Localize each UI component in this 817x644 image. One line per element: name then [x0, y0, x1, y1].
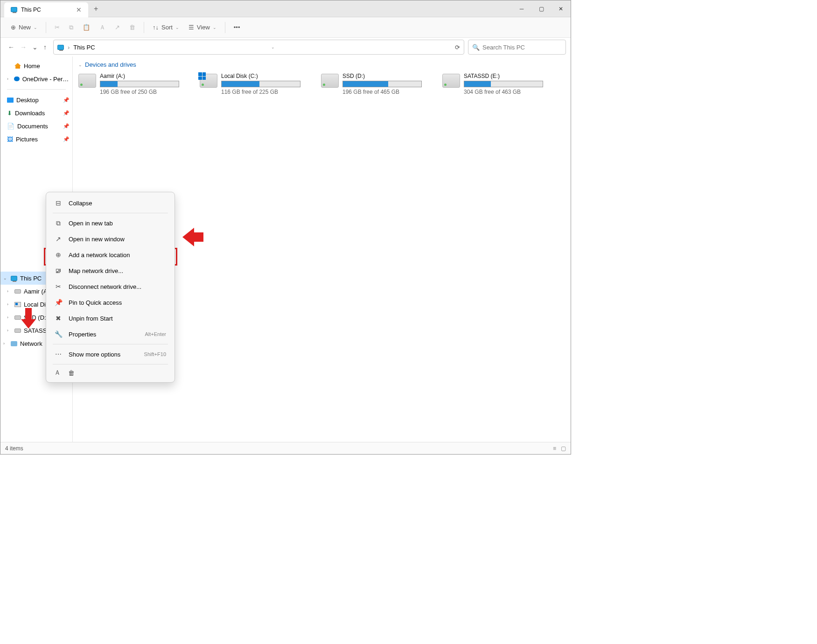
pin-icon: 📌 — [63, 136, 70, 142]
forward-button[interactable]: → — [20, 43, 27, 51]
pin-icon: 📌 — [55, 299, 62, 306]
trash-icon[interactable]: 🗑 — [68, 369, 75, 377]
search-input[interactable] — [482, 44, 562, 51]
drive-icon — [442, 74, 460, 88]
drive-usage-bar — [221, 81, 300, 87]
close-button[interactable]: ✕ — [551, 2, 571, 16]
ctx-pin-quick-access[interactable]: 📌Pin to Quick access — [49, 294, 172, 310]
explorer-window: This PC ✕ + ─ ▢ ✕ ⊕ New ⌄ ✂ ⧉ 📋 Ａ ↗ 🗑 ↑↓… — [0, 0, 571, 455]
pin-icon: 📌 — [63, 123, 70, 129]
collapse-icon: ⊟ — [55, 199, 62, 207]
new-window-icon: ↗ — [55, 235, 62, 243]
sidebar-item-onedrive[interactable]: ›OneDrive - Personal — [0, 72, 72, 85]
drive-usage-bar — [100, 81, 179, 87]
network-location-icon: ⊕ — [55, 251, 62, 259]
pc-icon — [11, 7, 17, 12]
rename-icon[interactable]: Ａ — [54, 369, 61, 377]
delete-button[interactable]: 🗑 — [126, 20, 139, 35]
drive-name: SATASSD (E:) — [464, 73, 545, 79]
home-icon — [14, 63, 21, 69]
sidebar-item-documents[interactable]: 📄Documents📌 — [0, 119, 72, 133]
sidebar-item-pictures[interactable]: 🖼Pictures📌 — [0, 133, 72, 146]
pc-icon — [57, 45, 64, 50]
drive-item[interactable]: Aamir (A:) 196 GB free of 250 GB — [78, 73, 181, 95]
back-button[interactable]: ← — [8, 43, 14, 51]
drive-item[interactable]: Local Disk (C:) 116 GB free of 225 GB — [200, 73, 302, 95]
maximize-button[interactable]: ▢ — [531, 2, 551, 16]
properties-icon: 🔧 — [55, 330, 62, 338]
pictures-icon: 🖼 — [7, 136, 13, 143]
status-item-count: 4 items — [5, 445, 23, 452]
view-button[interactable]: ☰ View ⌄ — [185, 20, 220, 35]
address-bar[interactable]: › This PC ⌄ ⟳ — [53, 40, 464, 55]
drive-name: Local Disk (C:) — [221, 73, 302, 79]
status-bar: 4 items ≡ ▢ — [0, 442, 571, 454]
os-drive-icon — [14, 302, 21, 307]
titlebar: This PC ✕ + ─ ▢ ✕ — [0, 0, 571, 17]
ctx-show-more-options[interactable]: ⋯Show more optionsShift+F10 — [49, 346, 172, 362]
drive-icon — [14, 329, 21, 333]
ctx-open-new-window[interactable]: ↗Open in new window — [49, 231, 172, 247]
drive-free-text: 304 GB free of 463 GB — [464, 89, 545, 95]
ctx-collapse[interactable]: ⊟Collapse — [49, 195, 172, 211]
share-button[interactable]: ↗ — [111, 20, 124, 35]
download-icon: ⬇ — [7, 110, 12, 117]
sidebar-item-desktop[interactable]: Desktop📌 — [0, 93, 72, 106]
drive-free-text: 196 GB free of 465 GB — [342, 89, 424, 95]
more-options-icon: ⋯ — [55, 350, 62, 358]
search-icon: 🔍 — [472, 44, 480, 51]
paste-button[interactable]: 📋 — [79, 20, 94, 35]
pin-icon: 📌 — [63, 110, 70, 116]
new-tab-icon: ⧉ — [55, 219, 62, 227]
sidebar-item-downloads[interactable]: ⬇Downloads📌 — [0, 106, 72, 119]
cloud-icon — [14, 77, 20, 81]
cut-button[interactable]: ✂ — [51, 20, 63, 35]
map-drive-icon: 🖳 — [55, 267, 62, 274]
address-bar-row: ← → ⌄ ↑ › This PC ⌄ ⟳ 🔍 — [0, 38, 571, 56]
search-box[interactable]: 🔍 — [468, 40, 566, 55]
body: Home ›OneDrive - Personal Desktop📌 ⬇Down… — [0, 56, 571, 442]
more-button[interactable]: ••• — [230, 20, 244, 35]
sidebar-item-home[interactable]: Home — [0, 59, 72, 72]
address-chevron-icon[interactable]: ⌄ — [271, 45, 275, 49]
drive-item[interactable]: SSD (D:) 196 GB free of 465 GB — [321, 73, 424, 95]
drive-usage-bar — [464, 81, 543, 87]
recent-chevron-icon[interactable]: ⌄ — [32, 43, 38, 51]
toolbar: ⊕ New ⌄ ✂ ⧉ 📋 Ａ ↗ 🗑 ↑↓ Sort ⌄ ☰ View ⌄ •… — [0, 17, 571, 38]
drive-item[interactable]: SATASSD (E:) 304 GB free of 463 GB — [442, 73, 545, 95]
minimize-button[interactable]: ─ — [512, 2, 531, 16]
ctx-map-network-drive[interactable]: 🖳Map network drive... — [49, 263, 172, 279]
ctx-unpin-start[interactable]: ✖Unpin from Start — [49, 310, 172, 326]
breadcrumb-this-pc[interactable]: This PC — [73, 44, 95, 51]
group-devices-drives[interactable]: ⌄Devices and drives — [78, 61, 565, 68]
details-view-icon[interactable]: ≡ — [553, 445, 556, 452]
sort-button[interactable]: ↑↓ Sort ⌄ — [149, 20, 183, 35]
new-tab-button[interactable]: + — [94, 5, 98, 13]
new-button[interactable]: ⊕ New ⌄ — [7, 20, 41, 35]
icons-view-icon[interactable]: ▢ — [561, 445, 566, 452]
drive-icon — [200, 74, 217, 88]
drive-usage-bar — [342, 81, 422, 87]
close-tab-icon[interactable]: ✕ — [76, 6, 82, 14]
drive-free-text: 116 GB free of 225 GB — [221, 89, 302, 95]
tab-this-pc[interactable]: This PC ✕ — [4, 2, 88, 17]
up-button[interactable]: ↑ — [43, 43, 47, 51]
drive-name: Aamir (A:) — [100, 73, 181, 79]
rename-button[interactable]: Ａ — [96, 20, 109, 35]
pin-icon: 📌 — [63, 97, 70, 103]
tab-label: This PC — [21, 7, 41, 13]
breadcrumb-sep: › — [68, 44, 70, 51]
unpin-icon: ✖ — [55, 315, 62, 322]
context-menu: ⊟Collapse ⧉Open in new tab ↗Open in new … — [46, 192, 175, 383]
folder-icon — [7, 98, 14, 103]
drive-icon — [78, 74, 96, 88]
ctx-disconnect-network-drive[interactable]: ✂Disconnect network drive... — [49, 279, 172, 294]
drive-icon — [14, 289, 21, 294]
drive-icon — [321, 74, 339, 88]
ctx-add-network-location[interactable]: ⊕Add a network location — [49, 247, 172, 263]
disconnect-drive-icon: ✂ — [55, 283, 62, 290]
ctx-open-new-tab[interactable]: ⧉Open in new tab — [49, 215, 172, 231]
copy-button[interactable]: ⧉ — [65, 20, 77, 35]
ctx-properties[interactable]: 🔧PropertiesAlt+Enter — [49, 326, 172, 342]
refresh-button[interactable]: ⟳ — [455, 44, 460, 51]
